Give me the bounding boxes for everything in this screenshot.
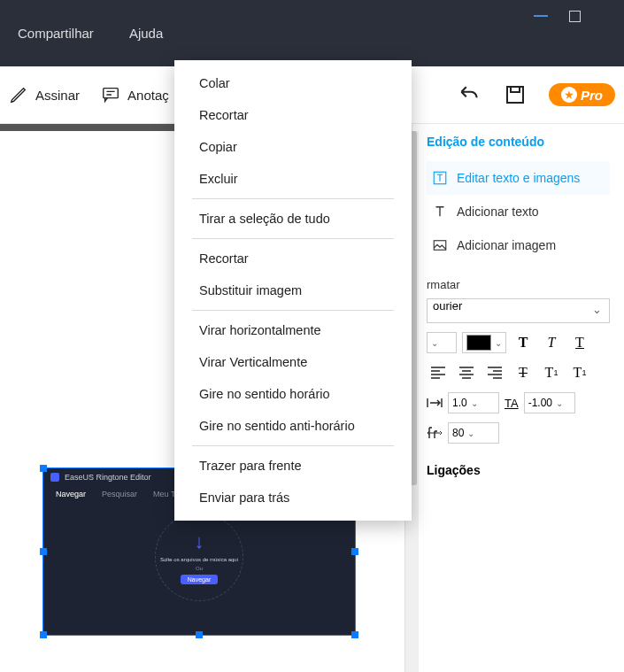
context-menu-item[interactable]: Excluir [174, 163, 412, 195]
context-menu-item[interactable]: Tirar a seleção de tudo [174, 203, 412, 235]
resize-handle-mr[interactable] [351, 548, 358, 555]
context-menu-item[interactable]: Colar [174, 67, 412, 99]
embedded-drop-or: Ou [196, 566, 203, 571]
chevron-down-icon: ⌄ [431, 338, 438, 348]
context-menu-separator [192, 310, 394, 311]
context-menu-item[interactable]: Gire no sentido anti-horário [174, 410, 412, 442]
maximize-button[interactable] [566, 7, 583, 25]
undo-icon [458, 83, 481, 106]
context-menu-item[interactable]: Virar Verticalmente [174, 346, 412, 378]
close-icon [602, 10, 614, 22]
menu-help[interactable]: Ajuda [129, 26, 163, 41]
star-icon: ★ [561, 87, 577, 103]
embedded-dropzone: ↓ Solte os arquivos de música aqui Ou Na… [155, 513, 243, 601]
pen-icon [9, 85, 28, 104]
align-center-icon [459, 367, 474, 379]
context-menu-separator [192, 445, 394, 446]
image-icon [432, 237, 448, 253]
context-menu-item[interactable]: Substituir imagem [174, 274, 412, 306]
text-box-icon [432, 170, 448, 186]
char-spacing-icon [427, 396, 443, 410]
sign-tool[interactable]: Assinar [9, 85, 80, 104]
font-family-value: ourier [433, 299, 462, 313]
chevron-down-icon: ⌄ [495, 338, 502, 348]
font-family-select[interactable]: ourier [427, 298, 610, 323]
sidebar: Edição de conteúdo Editar texto e imagen… [412, 124, 624, 672]
annotate-label: Anotaç [127, 88, 169, 103]
ligatures-title: Ligações [427, 463, 610, 477]
superscript-button[interactable]: T1 [540, 362, 563, 383]
svg-rect-0 [104, 89, 119, 98]
align-left-icon [431, 367, 445, 379]
context-menu-item[interactable]: Enviar para trás [174, 482, 412, 514]
chevron-down-icon: ⌄ [471, 398, 478, 408]
font-color-select[interactable]: ⌄ [462, 332, 506, 353]
horizontal-scale-icon [427, 426, 443, 440]
embedded-logo-icon [50, 473, 59, 482]
context-menu-item[interactable]: Copiar [174, 131, 412, 163]
context-menu-item[interactable]: Recortar [174, 243, 412, 274]
svg-rect-1 [507, 87, 523, 103]
context-menu-item[interactable]: Gire no sentido horário [174, 378, 412, 410]
align-center-button[interactable] [455, 362, 478, 383]
strikethrough-button[interactable]: T [512, 362, 535, 383]
chevron-down-icon: ⌄ [556, 398, 563, 408]
sidebar-section-title: Edição de conteúdo [427, 135, 610, 149]
text-icon [432, 204, 448, 220]
font-size-select[interactable]: ⌄ [427, 332, 457, 353]
chevron-down-icon: ⌄ [467, 429, 474, 438]
save-icon [505, 84, 526, 105]
embedded-tab-search: Pesquisar [102, 490, 137, 498]
save-button[interactable] [503, 82, 528, 107]
window-controls [532, 7, 617, 25]
underline-button[interactable]: T [568, 332, 591, 353]
align-right-button[interactable] [483, 362, 506, 383]
sidebar-add-text-label: Adicionar texto [457, 205, 539, 219]
char-spacing-input[interactable]: 1.0⌄ [448, 392, 499, 413]
menu-share[interactable]: Compartilhar [18, 26, 94, 41]
menubar: Compartilhar Ajuda [0, 0, 624, 66]
sidebar-add-image-label: Adicionar imagem [457, 238, 556, 252]
pro-badge[interactable]: ★ Pro [549, 83, 615, 106]
sidebar-add-text[interactable]: Adicionar texto [427, 195, 610, 228]
format-title: rmatar [427, 278, 610, 291]
context-menu-separator [192, 198, 394, 199]
comment-icon [101, 85, 120, 104]
context-menu-item[interactable]: Trazer para frente [174, 450, 412, 482]
minimize-button[interactable] [532, 7, 550, 25]
subscript-button[interactable]: T1 [568, 362, 591, 383]
sign-label: Assinar [35, 88, 80, 103]
sidebar-add-image[interactable]: Adicionar imagem [427, 228, 610, 262]
resize-handle-tl[interactable] [40, 465, 47, 472]
undo-button[interactable] [457, 82, 481, 107]
sidebar-edit-text-images[interactable]: Editar texto e imagens [427, 161, 610, 195]
embedded-browse-btn: Navegar [181, 575, 218, 584]
resize-handle-bm[interactable] [196, 631, 203, 638]
color-swatch [466, 335, 491, 351]
align-right-icon [488, 367, 502, 379]
horizontal-scale-input[interactable]: 80⌄ [448, 422, 499, 444]
embedded-tab-browse: Navegar [56, 490, 86, 498]
context-menu: ColarRecortarCopiarExcluirTirar a seleçã… [174, 60, 412, 521]
embedded-drop-text: Solte os arquivos de música aqui [160, 557, 238, 562]
pro-label: Pro [581, 88, 603, 103]
resize-handle-ml[interactable] [40, 548, 47, 555]
word-spacing-icon: TA [505, 397, 519, 410]
sidebar-edit-label: Editar texto e imagens [457, 171, 580, 185]
context-menu-separator [192, 238, 394, 239]
embedded-app-title: EaseUS Ringtone Editor [65, 473, 151, 482]
context-menu-item[interactable]: Virar horizontalmente [174, 314, 412, 346]
italic-button[interactable]: T [540, 332, 563, 353]
resize-handle-bl[interactable] [40, 631, 47, 638]
svg-rect-3 [434, 241, 446, 251]
annotate-tool[interactable]: Anotaç [101, 85, 169, 104]
resize-handle-br[interactable] [351, 631, 358, 638]
align-left-button[interactable] [427, 362, 450, 383]
bold-button[interactable]: T [512, 332, 535, 353]
download-arrow-icon: ↓ [195, 530, 204, 553]
context-menu-item[interactable]: Recortar [174, 99, 412, 131]
close-button[interactable] [599, 7, 617, 25]
word-spacing-input[interactable]: -1.00⌄ [524, 392, 575, 413]
